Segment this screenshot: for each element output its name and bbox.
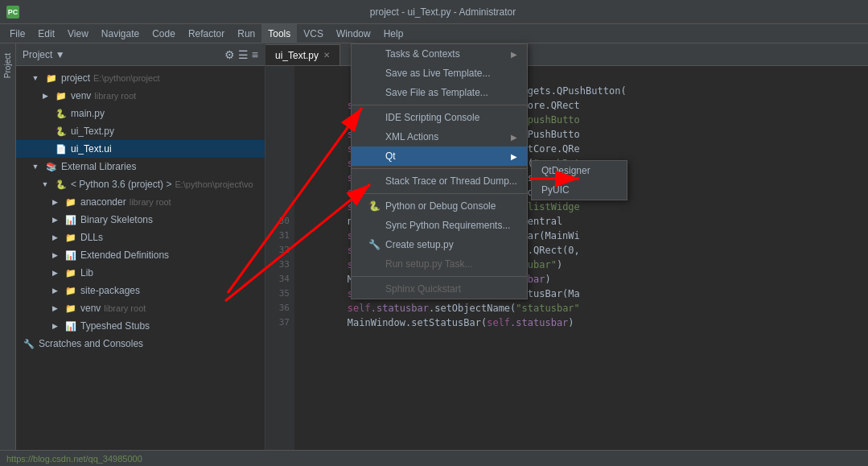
- menu-vcs[interactable]: VCS: [297, 24, 330, 43]
- project-header-icons: ⚙ ☰ ≡: [224, 48, 258, 61]
- separator-1: [352, 105, 527, 105]
- menu-python-console[interactable]: 🐍 Python or Debug Console: [352, 196, 527, 216]
- xml-inner: XML Actions: [368, 131, 438, 142]
- python36-path: E:\python\project\vo: [175, 179, 253, 189]
- menu-refactor[interactable]: Refactor: [182, 24, 231, 43]
- menu-navigate[interactable]: Navigate: [95, 24, 146, 43]
- tree-ui-text-py[interactable]: 🐍 ui_Text.py: [16, 122, 265, 140]
- venv-suffix: library root: [94, 91, 136, 101]
- library-bars-icon: 📊: [64, 320, 77, 332]
- menu-edit[interactable]: Edit: [31, 24, 61, 43]
- ln: 32: [265, 243, 290, 258]
- menu-file[interactable]: File: [3, 24, 31, 43]
- tree-label-typeshed: Typeshed Stubs: [80, 320, 150, 332]
- file-template-inner: Save File as Template...: [368, 87, 488, 98]
- main-layout: Project Project ▼ ⚙ ☰ ≡ ▼ 📁 project E:\p…: [0, 43, 868, 466]
- qt-designer-label: QtDesigner: [541, 165, 590, 176]
- menu-view[interactable]: View: [61, 24, 95, 43]
- tree-project-root[interactable]: ▼ 📁 project E:\python\project: [16, 69, 265, 87]
- python-icon: 🐍: [55, 178, 68, 191]
- project-tree: ▼ 📁 project E:\python\project ▶ 📁 venv l…: [16, 66, 265, 466]
- gear-icon[interactable]: ⚙: [224, 48, 235, 61]
- run-setup-inner: Run setup.py Task...: [368, 258, 473, 270]
- menu-qt[interactable]: Qt ▶: [352, 146, 527, 166]
- menu-window[interactable]: Window: [330, 24, 377, 43]
- sphinx-label: Sphinx Quickstart: [385, 283, 461, 295]
- tree-main-py[interactable]: 🐍 main.py: [16, 105, 265, 122]
- tree-ui-text-ui[interactable]: 📄 ui_Text.ui: [16, 140, 265, 158]
- live-template-label: Save as Live Template...: [385, 68, 491, 79]
- window-title: project - ui_Text.py - Administrator: [24, 6, 862, 18]
- setup-icon: 🔧: [368, 239, 381, 250]
- menu-ide-scripting[interactable]: IDE Scripting Console: [352, 108, 527, 127]
- pyuic-item[interactable]: PyUIC: [532, 180, 627, 200]
- python-icon: 🐍: [55, 107, 68, 120]
- tree-lib[interactable]: ▶ 📁 Lib: [16, 264, 265, 282]
- python-console-label: Python or Debug Console: [385, 200, 496, 212]
- menu-tools[interactable]: Tools: [261, 24, 297, 43]
- menu-xml-actions[interactable]: XML Actions ▶: [352, 127, 527, 146]
- folder-icon: 📁: [64, 284, 77, 297]
- anaconder-suffix: library root: [130, 197, 171, 207]
- ln: 37: [265, 315, 290, 330]
- tree-binary-skeletons[interactable]: ▶ 📊 Binary Skeletons: [16, 211, 265, 229]
- tree-python36[interactable]: ▼ 🐍 < Python 3.6 (project) > E:\python\p…: [16, 175, 265, 193]
- tree-typeshed[interactable]: ▶ 📊 Typeshed Stubs: [16, 317, 265, 335]
- menu-save-file-template[interactable]: Save File as Template...: [352, 83, 527, 102]
- menu-help[interactable]: Help: [377, 24, 410, 43]
- list-icon[interactable]: ☰: [238, 48, 249, 61]
- file-template-label: Save File as Template...: [385, 87, 488, 98]
- expand-icon: ▶: [39, 89, 51, 102]
- submenu-arrow-icon: ▶: [511, 50, 517, 59]
- spacer-icon: [39, 107, 51, 120]
- project-panel: Project ▼ ⚙ ☰ ≡ ▼ 📁 project E:\python\pr…: [16, 43, 265, 466]
- create-setup-label: Create setup.py: [385, 239, 454, 250]
- status-url: https://blog.csdn.net/qq_34985000: [6, 454, 142, 464]
- tree-label-binary-skeletons: Binary Skeletons: [80, 214, 153, 225]
- tree-external-libs[interactable]: ▼ 📚 External Libraries: [16, 158, 265, 175]
- tree-label-lib: Lib: [80, 267, 93, 278]
- project-side-tab[interactable]: Project: [2, 47, 14, 85]
- menu-code[interactable]: Code: [146, 24, 182, 43]
- menu-run-setup: Run setup.py Task...: [352, 254, 527, 274]
- ln: [265, 171, 290, 185]
- tree-extended-defs[interactable]: ▶ 📊 Extended Definitions: [16, 246, 265, 264]
- library-icon: 📚: [45, 160, 58, 173]
- folder-icon: 📁: [64, 266, 77, 279]
- submenu-arrow-icon: ▶: [511, 133, 517, 142]
- title-bar: PC project - ui_Text.py - Administrator: [0, 0, 868, 24]
- menu-stack-trace[interactable]: Stack Trace or Thread Dump...: [352, 171, 527, 191]
- tree-venv[interactable]: ▶ 📁 venv library root: [16, 87, 265, 105]
- tree-label-venv2: venv: [80, 303, 101, 314]
- tasks-inner: Tasks & Contexts: [368, 48, 460, 60]
- spacer-icon: [39, 142, 51, 155]
- ln: [265, 142, 290, 156]
- menu-save-live-template[interactable]: Save as Live Template...: [352, 64, 527, 83]
- ln: 31: [265, 229, 290, 243]
- spacer-icon: [39, 125, 51, 138]
- menu-run[interactable]: Run: [231, 24, 261, 43]
- tree-dlls[interactable]: ▶ 📁 DLLs: [16, 229, 265, 246]
- menu-tasks-contexts[interactable]: Tasks & Contexts ▶: [352, 44, 527, 64]
- folder-icon: 📁: [55, 89, 68, 102]
- python-console-icon: 🐍: [368, 200, 381, 212]
- menu-create-setup[interactable]: 🔧 Create setup.py: [352, 235, 527, 254]
- tree-anaconder[interactable]: ▶ 📁 anaconder library root: [16, 193, 265, 211]
- ln: 35: [265, 287, 290, 301]
- qt-designer-item[interactable]: QtDesigner: [532, 161, 627, 180]
- xml-label: XML Actions: [385, 131, 438, 142]
- tree-scratches[interactable]: 🔧 Scratches and Consoles: [16, 335, 265, 353]
- tab-close-icon[interactable]: ✕: [323, 51, 330, 60]
- sort-icon[interactable]: ≡: [252, 48, 258, 61]
- menu-sync-python[interactable]: Sync Python Requirements...: [352, 216, 527, 235]
- expand-icon: ▶: [48, 231, 61, 244]
- tree-site-packages[interactable]: ▶ 📁 site-packages: [16, 282, 265, 299]
- sphinx-inner: Sphinx Quickstart: [368, 283, 461, 295]
- ui-icon: 📄: [55, 142, 68, 155]
- tab-label: ui_Text.py: [275, 50, 319, 61]
- tab-ui-text-py[interactable]: ui_Text.py ✕: [265, 44, 340, 65]
- create-setup-inner: 🔧 Create setup.py: [368, 239, 454, 250]
- separator-3: [352, 193, 527, 194]
- tree-label-ui-text-ui: ui_Text.ui: [71, 143, 112, 155]
- tree-venv2[interactable]: ▶ 📁 venv library root: [16, 299, 265, 317]
